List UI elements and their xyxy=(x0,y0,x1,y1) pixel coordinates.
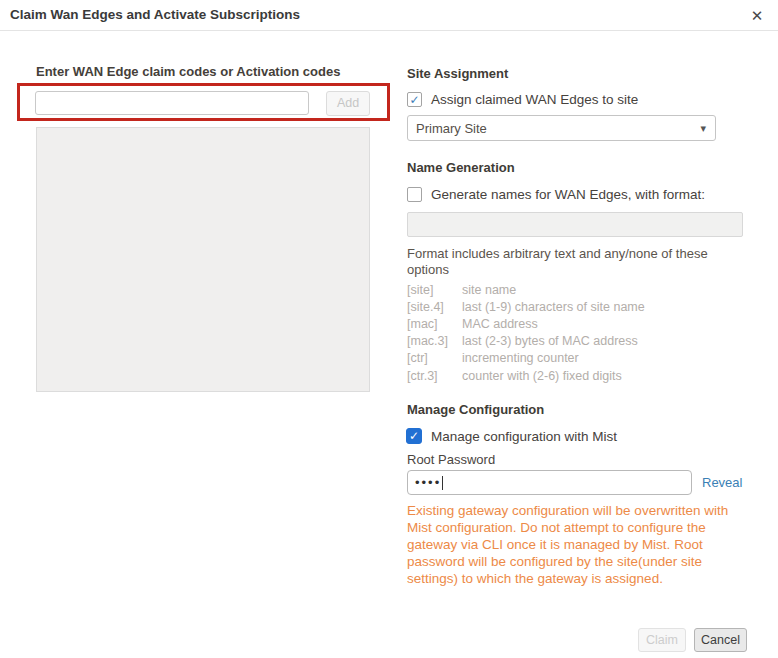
claim-codes-label: Enter WAN Edge claim codes or Activation… xyxy=(36,64,340,79)
name-generation-heading: Name Generation xyxy=(407,160,515,175)
claim-wan-edges-dialog: Claim Wan Edges and Activate Subscriptio… xyxy=(0,0,778,658)
format-option-desc: counter with (2-6) fixed digits xyxy=(462,369,622,383)
text-cursor xyxy=(442,476,443,490)
root-password-input[interactable]: •••• xyxy=(407,470,692,495)
manage-config-checkbox-row: ✓ Manage configuration with Mist xyxy=(406,428,617,444)
format-option-code: [ctr] xyxy=(407,351,462,365)
format-note: Format includes arbitrary text and any/n… xyxy=(407,246,739,278)
format-option-desc: MAC address xyxy=(462,317,538,331)
add-button[interactable]: Add xyxy=(326,91,370,116)
format-option-desc: incrementing counter xyxy=(462,351,579,365)
chevron-down-icon: ▾ xyxy=(700,122,715,135)
list-item: [site.4] last (1-9) characters of site n… xyxy=(407,298,747,315)
manage-config-checkbox[interactable]: ✓ xyxy=(406,428,422,444)
format-option-code: [ctr.3] xyxy=(407,369,462,383)
site-select-dropdown[interactable]: Primary Site ▾ xyxy=(407,115,716,141)
generate-names-checkbox-label: Generate names for WAN Edges, with forma… xyxy=(431,187,705,202)
site-assignment-heading: Site Assignment xyxy=(407,66,508,81)
name-format-input xyxy=(407,212,743,237)
assign-site-checkbox-row: ✓ Assign claimed WAN Edges to site xyxy=(407,92,638,107)
check-icon: ✓ xyxy=(409,430,419,442)
format-option-code: [site.4] xyxy=(407,300,462,314)
check-icon: ✓ xyxy=(409,94,419,106)
list-item: [mac.3] last (2-3) bytes of MAC address xyxy=(407,333,747,350)
format-option-desc: site name xyxy=(462,283,516,297)
claim-button[interactable]: Claim xyxy=(638,628,686,652)
cancel-button[interactable]: Cancel xyxy=(694,628,747,652)
list-item: [ctr] incrementing counter xyxy=(407,350,747,367)
reveal-password-link[interactable]: Reveal xyxy=(702,475,742,490)
list-item: [site] site name xyxy=(407,281,747,298)
root-password-label: Root Password xyxy=(407,452,495,467)
header-divider xyxy=(0,30,778,31)
close-icon[interactable]: ✕ xyxy=(746,5,768,27)
format-option-code: [site] xyxy=(407,283,462,297)
password-masked-value: •••• xyxy=(415,475,441,490)
configuration-warning-text: Existing gateway configuration will be o… xyxy=(407,502,743,587)
generate-names-checkbox[interactable] xyxy=(407,187,422,202)
list-item: [ctr.3] counter with (2-6) fixed digits xyxy=(407,367,747,384)
format-option-code: [mac.3] xyxy=(407,334,462,348)
dialog-title: Claim Wan Edges and Activate Subscriptio… xyxy=(10,7,300,22)
claimed-devices-panel xyxy=(36,127,370,392)
manage-configuration-heading: Manage Configuration xyxy=(407,402,544,417)
manage-config-checkbox-label: Manage configuration with Mist xyxy=(431,429,617,444)
format-options-list: [site] site name [site.4] last (1-9) cha… xyxy=(407,281,747,384)
format-option-desc: last (2-3) bytes of MAC address xyxy=(462,334,638,348)
assign-site-checkbox[interactable]: ✓ xyxy=(407,92,422,107)
site-select-value: Primary Site xyxy=(408,121,700,136)
generate-names-checkbox-row: Generate names for WAN Edges, with forma… xyxy=(407,187,705,202)
format-option-code: [mac] xyxy=(407,317,462,331)
format-option-desc: last (1-9) characters of site name xyxy=(462,300,645,314)
claim-code-input[interactable] xyxy=(35,91,309,115)
list-item: [mac] MAC address xyxy=(407,315,747,332)
assign-site-checkbox-label: Assign claimed WAN Edges to site xyxy=(431,92,638,107)
